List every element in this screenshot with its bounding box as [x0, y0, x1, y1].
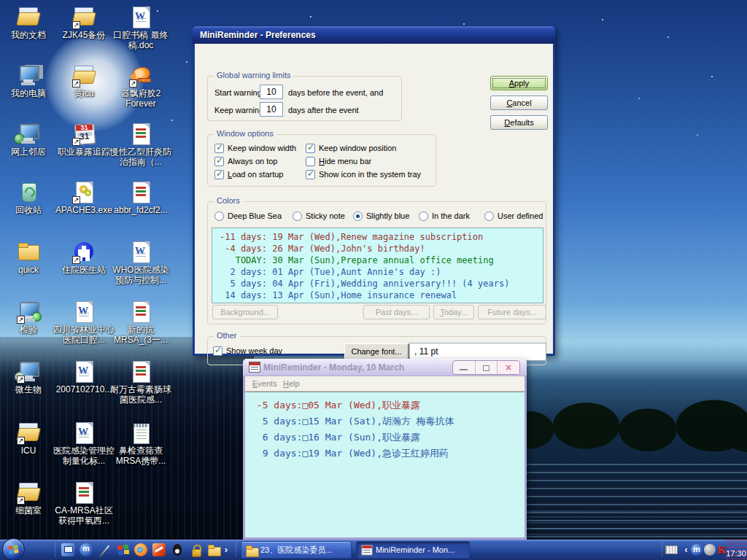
radio-sticky-note[interactable]: Sticky note — [293, 211, 345, 221]
taskbar-button-minireminder[interactable]: MiniReminder - Mon... — [356, 541, 470, 559]
desktop-icon[interactable]: CA-MRSA社区获得甲氧西... — [53, 480, 115, 526]
menu-events[interactable]: Events — [248, 376, 282, 391]
colored-windows-icon[interactable] — [116, 543, 129, 556]
desktop-icon[interactable]: W 四川省林业中心医院口腔... — [53, 299, 115, 345]
desktop-icon[interactable]: W 口腔书稿 最终稿.doc — [109, 4, 172, 50]
apply-button[interactable]: Apply — [490, 76, 548, 90]
preferences-dialog: MiniReminder - Preferences Global warnin… — [193, 26, 555, 356]
checkbox-load-on-startup[interactable]: Load on startup — [214, 170, 283, 179]
lock-icon[interactable] — [189, 543, 202, 556]
checkbox[interactable] — [214, 157, 224, 166]
start-warning-input[interactable] — [260, 85, 283, 99]
desktop-icon[interactable]: 我的电脑 — [0, 63, 60, 98]
group-legend: Window options — [214, 129, 276, 138]
tree-silhouettes — [511, 389, 747, 459]
desktop-icon[interactable]: 回收站 — [0, 179, 60, 215]
desktop-icon[interactable]: APACHE3.exe — [53, 179, 115, 215]
defaults-button[interactable]: Defaults — [490, 115, 548, 130]
keep-warning-input[interactable] — [260, 102, 283, 117]
keyboard-icon[interactable] — [665, 545, 678, 554]
restore-icon — [483, 365, 489, 371]
minimize-button[interactable] — [453, 361, 476, 374]
radio-button[interactable] — [353, 211, 363, 221]
radio-button[interactable] — [484, 211, 494, 221]
start-button[interactable] — [2, 538, 25, 560]
desktop-icon[interactable]: 微生物 — [0, 359, 60, 394]
stylus-icon[interactable] — [98, 543, 111, 556]
checkbox[interactable] — [214, 144, 224, 153]
radio-button[interactable] — [293, 211, 302, 221]
desktop-icon[interactable]: 耐万古霉素肠球菌医院感... — [109, 359, 172, 405]
menu-help[interactable]: Help — [279, 376, 304, 391]
desktop-icon[interactable]: ZJK45备份 — [53, 4, 115, 40]
checkbox[interactable] — [213, 346, 222, 356]
desktop-icon[interactable]: 鼻检查筛查MRSA携带... — [109, 420, 172, 466]
today-button[interactable]: Today... — [433, 305, 474, 319]
gray-circle-icon[interactable] — [704, 544, 716, 556]
desktop-icon-label: 我的电脑 — [0, 88, 60, 98]
checkbox-show-tray-icon[interactable]: Show icon in the system tray — [306, 170, 421, 179]
preview-line: 14 days: 13 Apr (Sun),Home insurance ren… — [220, 289, 543, 301]
desktop-icon[interactable]: 我的文档 — [0, 4, 60, 40]
desktop-icon-label: 新的抗MRSA_(3一... — [109, 324, 172, 345]
start-warning-label: Start warning — [214, 85, 262, 100]
desktop-icon[interactable]: quick — [0, 239, 60, 275]
shortcut-arrow-icon — [72, 196, 80, 204]
close-button[interactable] — [498, 361, 519, 374]
checkbox[interactable] — [214, 170, 224, 179]
radio-deep-blue-sea[interactable]: Deep Blue Sea — [214, 211, 282, 221]
desktop-icon[interactable]: 31 职业暴露追踪 — [53, 121, 115, 157]
word-doc-icon: W — [129, 240, 152, 263]
desktop-icon[interactable]: W 2007102710... — [53, 359, 115, 394]
radio-button[interactable] — [419, 211, 428, 221]
desktop-icon[interactable]: 住院医生站 — [53, 239, 115, 275]
maxthon-tray-icon[interactable] — [691, 544, 703, 556]
desktop-icon[interactable]: 新的抗MRSA_(3一... — [109, 299, 172, 345]
restore-button[interactable] — [476, 361, 498, 374]
blue-app-icon[interactable] — [61, 543, 74, 556]
future-days-button[interactable]: Future days... — [478, 305, 546, 319]
checkbox-keep-window-position[interactable]: Keep window position — [306, 144, 396, 153]
cancel-button[interactable]: Cancel — [490, 96, 548, 110]
desktop-icon[interactable]: abbr_fd2cf2... — [109, 179, 172, 215]
taskbar-separator — [235, 542, 237, 557]
shortcut-arrow-icon — [72, 256, 80, 264]
firefox-icon[interactable] — [134, 543, 147, 556]
radio-slightly-blue[interactable]: Slightly blue — [353, 211, 409, 221]
desktop-icon[interactable]: W WHO医院感染预防与控制... — [109, 239, 172, 285]
checkbox-always-on-top[interactable]: Always on top — [214, 157, 277, 166]
expand-arrow-icon[interactable] — [222, 543, 231, 556]
folder-icon[interactable] — [207, 543, 220, 556]
background-button[interactable]: Background... — [212, 305, 278, 319]
qq-icon[interactable] — [171, 543, 184, 556]
desktop-icon[interactable]: 黄icu — [53, 63, 115, 98]
taskbar-button-folder[interactable]: 23、医院感染委员... — [241, 541, 352, 559]
desktop-icon[interactable]: REVER 器飘府胶2 Forever — [109, 63, 172, 109]
desktop-icon[interactable]: W 医院感染管理控制量化标... — [53, 420, 115, 466]
maxthon-icon[interactable] — [80, 543, 93, 556]
preferences-titlebar[interactable]: MiniReminder - Preferences — [193, 26, 555, 44]
desktop-icon[interactable]: 检验 — [0, 299, 60, 335]
desktop-icon[interactable]: 网上邻居 — [0, 121, 60, 157]
desktop-icon[interactable]: ICU — [0, 420, 60, 456]
network-places-icon — [17, 122, 40, 145]
taskbar-clock[interactable]: 17:30 — [725, 540, 747, 560]
flashget-icon[interactable] — [152, 543, 166, 556]
desktop-icon[interactable]: 细菌室 — [0, 480, 60, 516]
past-days-button[interactable]: Past days... — [363, 305, 430, 319]
desktop-icon-label: 鼻检查筛查MRSA携带... — [109, 446, 172, 466]
checkbox[interactable] — [306, 170, 315, 179]
keep-warning-label: Keep warning — [214, 103, 263, 117]
desktop-icon[interactable]: 慢性乙型肝炎防治指南（... — [109, 121, 172, 167]
desktop-icon-label: 口腔书稿 最终稿.doc — [109, 30, 172, 50]
checkbox-show-week-day[interactable]: Show week day — [213, 346, 282, 356]
radio-in-the-dark[interactable]: In the dark — [419, 211, 470, 221]
checkbox-hide-menu-bar[interactable]: Hide menu bar — [306, 157, 371, 166]
checkbox[interactable] — [306, 144, 315, 153]
change-font-button[interactable]: Change font... — [344, 343, 409, 359]
checkbox[interactable] — [306, 157, 315, 166]
radio-user-defined[interactable]: User defined — [484, 211, 543, 221]
radio-button[interactable] — [214, 211, 224, 221]
start-warning-suffix: days before the event, and — [288, 85, 383, 100]
checkbox-keep-window-width[interactable]: Keep window width — [214, 144, 296, 153]
